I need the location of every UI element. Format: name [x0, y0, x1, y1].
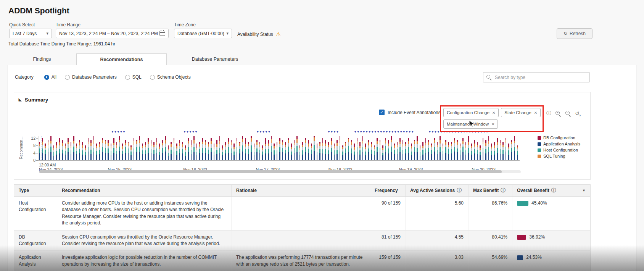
chart-bar	[348, 138, 349, 160]
annotation-filter-chips: Configuration Change✕State Change✕Mainte…	[443, 108, 542, 129]
legend-item-db-configuration[interactable]: DB Configuration	[538, 136, 580, 140]
chart-bar	[191, 140, 192, 160]
cell-recommendation: Session CPU consumption was throttled by…	[57, 231, 232, 251]
info-icon[interactable]: ⓘ	[501, 187, 506, 194]
sort-descending-icon[interactable]: ▼	[582, 189, 586, 192]
column-header-overall-benefit[interactable]: Overall Benefitⓘ▼	[512, 185, 590, 196]
chart-bar	[139, 136, 140, 160]
column-header-frequency[interactable]: Frequency	[370, 185, 406, 196]
column-header-recommendation[interactable]: Recommendation	[57, 185, 232, 196]
table-row[interactable]: DB ConfigurationSession CPU consumption …	[14, 231, 590, 251]
zoom-out-icon[interactable]: −	[565, 110, 571, 116]
overall-benefit-value: 36.92%	[529, 234, 545, 240]
chart-bar	[279, 138, 280, 160]
chart-bar	[508, 144, 509, 160]
table-row[interactable]: Application AnalysisInvestigate applicat…	[14, 251, 590, 271]
chart-horizontal-scrollbar[interactable]	[39, 170, 502, 173]
calendar-icon[interactable]	[159, 31, 165, 36]
chip-close-icon[interactable]: ✕	[492, 111, 495, 115]
chart-bar	[485, 140, 486, 160]
table-row[interactable]: Host ConfigurationConsider adding more C…	[14, 197, 590, 231]
chart-bar	[451, 142, 452, 160]
chart-bar	[251, 136, 252, 160]
category-radio-schema-objects[interactable]: Schema Objects	[150, 74, 191, 80]
filter-chip-configuration-change[interactable]: Configuration Change✕	[443, 108, 499, 117]
chart-bar	[371, 142, 372, 160]
y-tick-label: 8	[24, 143, 35, 148]
column-header-rationale[interactable]: Rationale	[232, 185, 370, 196]
legend-item-application-analysis[interactable]: Application Analysis	[538, 142, 580, 146]
chart-bar	[171, 142, 172, 160]
y-tick-label: 12	[24, 136, 35, 140]
chart-bar	[119, 136, 120, 160]
time-zone-value: Database (GMT-00:00)	[177, 31, 224, 36]
overall-benefit-bar	[517, 235, 526, 240]
info-icon[interactable]: ⓘ	[551, 187, 556, 194]
overall-benefit-indicator: 36.92%	[517, 234, 586, 240]
overall-benefit-bar	[517, 255, 523, 260]
filter-chip-state-change[interactable]: State Change✕	[501, 108, 541, 117]
collapse-icon[interactable]: ◢	[18, 98, 23, 102]
legend-label: Application Analysis	[543, 142, 580, 146]
warning-icon[interactable]: ⚠	[276, 31, 281, 37]
chart-bar	[314, 136, 315, 160]
chart-legend: DB ConfigurationApplication AnalysisHost…	[538, 136, 580, 158]
reset-zoom-icon[interactable]: ↺✕	[575, 111, 580, 116]
legend-item-host-configuration[interactable]: Host Configuration	[538, 148, 580, 152]
overall-benefit-value: 24.53%	[526, 254, 542, 261]
include-annotations-checkbox[interactable]: ✓	[379, 110, 385, 115]
chip-close-icon[interactable]: ✕	[491, 122, 494, 126]
chip-close-icon[interactable]: ✕	[534, 111, 537, 115]
column-header-type[interactable]: Type	[14, 185, 57, 196]
column-header-max-benefit[interactable]: Max Benefitⓘ	[469, 185, 512, 196]
chart-bar	[397, 142, 398, 160]
chart-bar	[214, 144, 215, 160]
radio-label: Schema Objects	[157, 74, 191, 80]
chart-bar	[391, 136, 392, 160]
chart-bar	[233, 144, 235, 160]
chart-bar	[53, 145, 55, 160]
quick-select-label: Quick Select	[9, 22, 35, 27]
category-radio-sql[interactable]: SQL	[125, 74, 142, 80]
chart-bar	[402, 140, 404, 160]
legend-swatch	[538, 148, 541, 152]
tab-recommendations[interactable]: Recommendations	[76, 53, 167, 65]
chart-bar	[506, 138, 507, 160]
zoom-in-icon[interactable]: +	[555, 110, 561, 116]
info-icon[interactable]: ⓘ	[457, 187, 462, 194]
overall-benefit-indicator: 24.53%	[517, 254, 586, 261]
chart-bar	[468, 136, 469, 160]
search-input[interactable]	[494, 74, 586, 81]
refresh-button[interactable]: ↻ Refresh	[557, 28, 592, 39]
chart-bar	[245, 138, 246, 160]
chart-bar	[345, 142, 346, 160]
summary-header[interactable]: ◢ Summary	[19, 97, 48, 103]
chart-bar	[494, 142, 495, 160]
column-header-avg-active-sessions[interactable]: Avg Active Sessionsⓘ	[406, 185, 469, 196]
legend-item-sql-tuning[interactable]: SQL Tuning	[538, 154, 580, 158]
chart-bar	[90, 140, 92, 160]
tab-database-parameters[interactable]: Database Parameters	[167, 53, 263, 65]
chart-bar	[108, 140, 109, 160]
chart-bar	[437, 142, 438, 160]
time-range-input[interactable]: Nov 13, 2023, 2:24 PM – Nov 20, 2023, 2:…	[56, 29, 169, 38]
tab-findings[interactable]: Findings	[8, 53, 76, 65]
event-annotation-marker: ▼	[336, 131, 339, 134]
chart-bar	[517, 145, 518, 160]
chart-bar	[156, 138, 158, 160]
quick-select-dropdown[interactable]: Last 7 Days ▾	[9, 29, 52, 38]
chart-plot	[39, 136, 520, 160]
chart-bar	[153, 142, 155, 160]
filter-chip-maintenance-window[interactable]: Maintenance Window✕	[443, 119, 498, 129]
chart-bar	[299, 145, 301, 160]
chip-label: Configuration Change	[447, 110, 489, 115]
category-radio-group: AllDatabase ParametersSQLSchema Objects	[44, 74, 199, 80]
chart-bar	[322, 138, 324, 160]
y-tick-label: 4	[24, 151, 35, 155]
y-tick-mark	[36, 138, 38, 139]
chart-bar	[319, 142, 320, 160]
category-radio-database-parameters[interactable]: Database Parameters	[65, 74, 117, 80]
time-zone-dropdown[interactable]: Database (GMT-00:00) ▾	[174, 29, 232, 38]
info-icon[interactable]: ⓘ	[546, 110, 551, 117]
category-radio-all[interactable]: All	[44, 74, 56, 80]
